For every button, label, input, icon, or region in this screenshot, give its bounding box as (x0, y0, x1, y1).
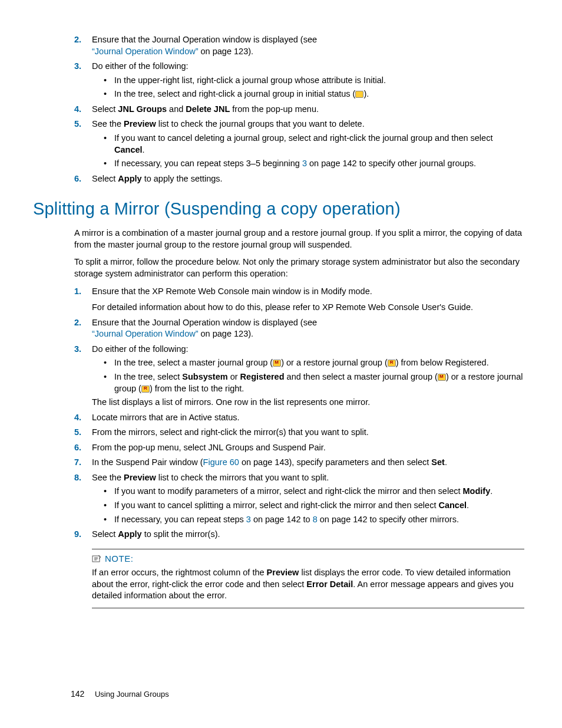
step-number: 2. (74, 34, 81, 46)
step-text: and (167, 104, 186, 114)
bold-text: Modify (463, 486, 491, 496)
step-number: 6. (74, 173, 81, 185)
step-tail-text: The list displays a list of mirrors. One… (92, 397, 370, 407)
step-3-link[interactable]: 3 (302, 159, 307, 168)
bold-text: Apply (118, 529, 141, 539)
step-6: 6. From the pop-up menu, select JNL Grou… (74, 442, 524, 454)
step-text: For detailed information about how to do… (92, 302, 473, 312)
bullet-item: In the tree, select Subsystem or Registe… (104, 371, 524, 394)
step-text: From the pop-up menu, select JNL Groups … (92, 443, 326, 452)
step-number: 2. (74, 317, 81, 329)
bullet-item: If necessary, you can repeat steps 3–5 b… (104, 158, 524, 170)
step-text: Ensure that the Journal Operation window… (92, 35, 317, 44)
step-text: See the (92, 119, 124, 129)
step-text: See the (92, 473, 124, 482)
step-text: to apply the settings. (142, 174, 223, 183)
step-1: 1. Ensure that the XP Remote Web Console… (74, 286, 524, 314)
bold-text: JNL Groups (118, 104, 167, 114)
bullet-text-tail: on page 142 to specify other journal gro… (307, 159, 476, 168)
step-text: Select (92, 104, 118, 114)
bullet-item: In the tree, select a master journal gro… (104, 357, 524, 369)
bullet-text-tail: ). (363, 89, 369, 98)
bullet-list: In the tree, select a master journal gro… (104, 357, 524, 394)
section-heading: Splitting a Mirror (Suspending a copy op… (33, 197, 524, 220)
bullet-text: If you want to modify parameters of a mi… (114, 486, 463, 496)
bullet-text-tail: on page 142 to specify other mirrors. (318, 515, 459, 524)
step-text: Ensure that the Journal Operation window… (92, 318, 317, 327)
intro-paragraph-2: To split a mirror, follow the procedure … (74, 256, 524, 279)
note-label: NOTE: (105, 554, 133, 564)
step-8: 8. See the Preview list to check the mir… (74, 472, 524, 525)
step-6: 6. Select Apply to apply the settings. (74, 173, 524, 185)
step-4: 4. Select JNL Groups and Delete JNL from… (74, 104, 524, 116)
bullet-text: ) or a restore journal group ( (281, 358, 388, 367)
figure-60-link[interactable]: Figure 60 (203, 457, 239, 467)
note-block: NOTE: If an error occurs, the rightmost … (92, 549, 524, 608)
journal-operation-window-link[interactable]: “Journal Operation Window” (92, 329, 199, 338)
step-text: In the Suspend Pair window ( (92, 457, 203, 467)
bullet-text-tail: . (143, 145, 145, 154)
bullet-item: If you want to cancel deleting a journal… (104, 133, 524, 156)
bold-text: Subsystem (182, 372, 227, 381)
step-number: 5. (74, 118, 81, 130)
step-number: 8. (74, 472, 81, 484)
restore-journal-icon (388, 360, 396, 367)
restore-journal-icon (141, 386, 150, 393)
bullet-text: If you want to cancel splitting a mirror… (114, 500, 438, 510)
step-text: to split the mirror(s). (142, 529, 220, 539)
bullet-item: If you want to modify parameters of a mi… (104, 486, 524, 498)
step-text: list to check the mirrors that you want … (156, 473, 329, 482)
bullet-text: In the upper-right list, right-click a j… (114, 75, 386, 85)
bullet-text: If you want to cancel deleting a journal… (114, 133, 492, 143)
step-3: 3. Do either of the following: In the tr… (74, 344, 524, 409)
bullet-list: In the upper-right list, right-click a j… (104, 75, 524, 100)
bold-text: Cancel (438, 500, 467, 510)
step-3-link[interactable]: 3 (246, 515, 251, 524)
bold-text: Preview (124, 473, 156, 482)
step-text: Do either of the following: (92, 61, 189, 71)
bullet-text: and then select a master journal group ( (285, 372, 438, 381)
top-step-list: 2. Ensure that the Journal Operation win… (74, 34, 524, 185)
step-7: 7. In the Suspend Pair window (Figure 60… (74, 457, 524, 469)
step-number: 3. (74, 61, 81, 73)
bullet-text: or (228, 372, 240, 381)
bullet-item: If you want to cancel splitting a mirror… (104, 500, 524, 512)
bold-text: Error Detail (306, 579, 353, 589)
note-body: If an error occurs, the rightmost column… (92, 567, 524, 602)
step-number: 4. (74, 104, 81, 116)
bullet-item: In the tree, select and right-click a jo… (104, 88, 524, 100)
step-text: Do either of the following: (92, 344, 189, 354)
bullet-text-tail: . (467, 500, 469, 510)
step-text: from the pop-up menu. (230, 104, 319, 114)
step-8-link[interactable]: 8 (313, 515, 318, 524)
step-4: 4. Locate mirrors that are in Active sta… (74, 412, 524, 424)
step-number: 4. (74, 412, 81, 424)
step-3: 3. Do either of the following: In the up… (74, 61, 524, 100)
step-number: 6. (74, 442, 81, 454)
step-number: 3. (74, 344, 81, 355)
intro-paragraph-1: A mirror is a combination of a master jo… (74, 228, 524, 251)
step-9: 9. Select Apply to split the mirror(s). (74, 529, 524, 541)
bullet-item: In the upper-right list, right-click a j… (104, 75, 524, 87)
bullet-text: In the tree, select and right-click a jo… (114, 89, 355, 98)
step-text: on page 143), specify parameters and the… (239, 457, 431, 467)
bold-text: Registered (240, 372, 285, 381)
bullet-text: on page 142 to (251, 515, 313, 524)
step-2: 2. Ensure that the Journal Operation win… (74, 317, 524, 340)
bullet-list: If you want to cancel deleting a journal… (104, 133, 524, 170)
step-text-tail: on page 123). (199, 329, 254, 338)
master-journal-icon (273, 360, 281, 367)
bullet-text: In the tree, select a master journal gro… (114, 358, 273, 367)
bold-text: Apply (118, 174, 141, 183)
master-journal-icon (438, 374, 446, 381)
bullet-item: If necessary, you can repeat steps 3 on … (104, 514, 524, 526)
bullet-text: In the tree, select (114, 372, 182, 381)
step-number: 5. (74, 427, 81, 439)
bold-text: Preview (267, 568, 299, 577)
step-text: From the mirrors, select and right-click… (92, 427, 369, 437)
step-5: 5. See the Preview list to check the jou… (74, 118, 524, 169)
bullet-text-tail: . (490, 486, 492, 496)
note-icon (92, 555, 101, 563)
step-text: Select (92, 529, 118, 539)
journal-operation-window-link[interactable]: “Journal Operation Window” (92, 47, 199, 56)
